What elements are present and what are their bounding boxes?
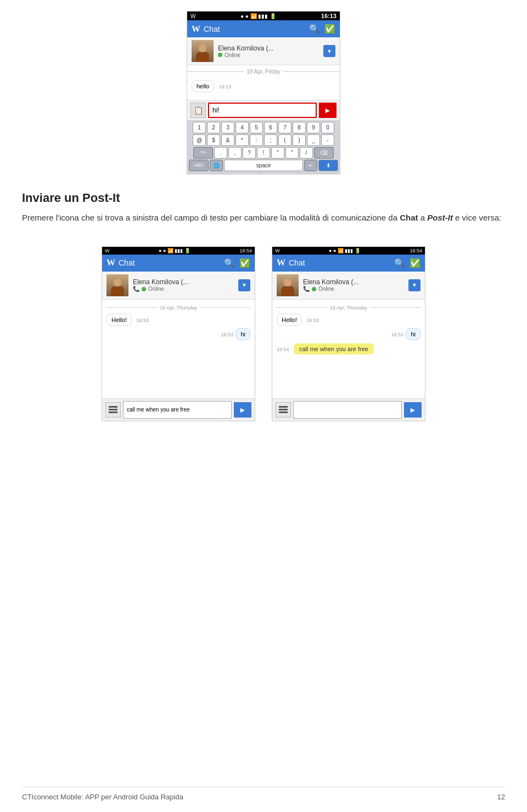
online-dot-top (218, 53, 222, 57)
text-input-right[interactable] (293, 401, 402, 419)
check-icon-left[interactable]: ✅ (239, 258, 250, 268)
key-3[interactable]: 3 (221, 122, 234, 133)
status-bar-left: W ● ● 📶 ▮▮▮ 🔋 16:54 (102, 247, 255, 255)
key-slash[interactable]: / (300, 147, 313, 159)
contact-info-top: Elena Kornilova (... Online (218, 44, 323, 58)
search-icon-top[interactable]: 🔍 (309, 24, 320, 34)
avatar-left (106, 274, 128, 296)
contact-row-left[interactable]: Elena Kornilova (... 📞 Online ▼ (102, 272, 255, 300)
key-space[interactable]: space (224, 160, 303, 171)
instruction-text-mid: a (418, 213, 428, 222)
key-comma[interactable]: , (228, 147, 242, 159)
msg-bubble-hello: hello (192, 80, 214, 92)
text-input-top[interactable] (208, 103, 317, 118)
text-input-left[interactable] (123, 401, 232, 419)
key-hashplus[interactable]: ^#+ (193, 147, 213, 159)
msg-hi-right: 16:53 hi (277, 328, 421, 340)
search-icon-right[interactable]: 🔍 (394, 258, 405, 268)
key-dot[interactable]: . (214, 147, 227, 159)
send-btn-left[interactable]: ► (234, 402, 251, 418)
date-divider-right: 18 Apr, Thursday (277, 302, 421, 314)
contact-name-right: Elena Kornilova (... (303, 278, 408, 286)
key-4[interactable]: 4 (236, 122, 249, 133)
key-0[interactable]: 0 (321, 122, 334, 133)
status-bar-right: W ● ● 📶 ▮▮▮ 🔋 16:54 (272, 247, 425, 255)
svg-rect-1 (109, 409, 117, 410)
contact-info-left: Elena Kornilova (... 📞 Online (133, 278, 238, 292)
instruction-text-after: e vice versa: (453, 213, 501, 222)
key-5[interactable]: 5 (250, 122, 263, 133)
contact-name-top: Elena Kornilova (... (218, 44, 323, 52)
send-btn-top[interactable]: ► (319, 103, 337, 118)
online-status-left: 📞 Online (133, 286, 238, 292)
key-star[interactable]: * (236, 134, 249, 146)
msg-time-hello-right: 16:53 (307, 318, 319, 323)
key-enter[interactable]: ↵ (304, 160, 317, 171)
time-left: 16:54 (239, 248, 252, 253)
postit-time: 16:54 (277, 347, 289, 352)
svg-rect-0 (109, 406, 117, 408)
w-logo-left: W (106, 258, 115, 268)
dropdown-btn-top[interactable]: ▼ (323, 45, 335, 57)
footer-page: 12 (497, 793, 505, 801)
key-9[interactable]: 9 (307, 122, 320, 133)
chat-title-right: Chat (289, 258, 391, 267)
key-question[interactable]: ? (243, 147, 256, 159)
search-icon-left[interactable]: 🔍 (224, 258, 235, 268)
status-bar-top: W ● ● 📶 ▮▮▮ 🔋 16:13 (187, 12, 340, 20)
mode-btn-left[interactable] (105, 402, 121, 418)
msg-time-hi-right: 16:53 (391, 332, 403, 337)
key-8[interactable]: 8 (293, 122, 306, 133)
check-icon-top[interactable]: ✅ (324, 24, 335, 34)
key-dash[interactable]: - (321, 134, 334, 146)
key-colon[interactable]: : (250, 134, 263, 146)
key-1[interactable]: 1 (193, 122, 206, 133)
instruction-bold2: Post-It (427, 213, 453, 222)
key-2[interactable]: 2 (207, 122, 220, 133)
contact-row-top[interactable]: Elena Kornilova (... Online ▼ (187, 37, 340, 65)
msg-time-hi-left: 16:53 (221, 332, 233, 337)
postit-bubble: call me when you are free (294, 343, 374, 354)
chat-title-left: Chat (119, 258, 221, 267)
send-btn-right[interactable]: ► (404, 402, 422, 418)
carrier-right: W (275, 248, 280, 253)
key-7[interactable]: 7 (278, 122, 291, 133)
keyboard-row-numbers: 1 2 3 4 5 6 7 8 9 0 (189, 122, 338, 133)
chat-area-right: 18 Apr, Thursday Hello! 16:53 16:53 hi 1… (272, 300, 425, 398)
paste-btn-top[interactable]: 📋 (190, 103, 206, 118)
chat-title-top: Chat (204, 25, 306, 33)
key-dollar[interactable]: $ (207, 134, 220, 146)
mode-btn-right[interactable] (276, 402, 291, 418)
key-globe[interactable]: 🌐 (210, 160, 223, 171)
key-down[interactable]: ⬇ (318, 160, 338, 171)
dropdown-btn-left[interactable]: ▼ (238, 279, 250, 291)
key-backspace[interactable]: ⌫ (314, 147, 334, 159)
key-amp[interactable]: & (221, 134, 234, 146)
key-semi[interactable]: ; (264, 134, 277, 146)
msg-bubble-hi-right: hi (406, 328, 421, 340)
key-oparen[interactable]: ( (278, 134, 291, 146)
contact-name-left: Elena Kornilova (... (133, 278, 238, 286)
keyboard-top: 1 2 3 4 5 6 7 8 9 0 @ $ & * : ; ( ) (187, 120, 340, 174)
check-icon-right[interactable]: ✅ (410, 258, 421, 268)
key-abc[interactable]: ABC (189, 160, 209, 171)
key-6[interactable]: 6 (264, 122, 277, 133)
footer: CTIconnect Mobile: APP per Android Guida… (22, 787, 505, 801)
key-exclaim[interactable]: ! (257, 147, 270, 159)
svg-rect-2 (109, 411, 117, 413)
contact-row-right[interactable]: Elena Kornilova (... 📞 Online ▼ (272, 272, 425, 300)
carrier-left: W (105, 248, 110, 253)
key-cparen[interactable]: ) (293, 134, 306, 146)
keyboard-row-special: ^#+ . , ? ! " " / ⌫ (189, 147, 338, 159)
key-quote1[interactable]: " (271, 147, 284, 159)
chat-header-top: W Chat 🔍 ✅ (187, 20, 340, 37)
time-right: 16:54 (410, 248, 422, 253)
dropdown-btn-right[interactable]: ▼ (408, 279, 421, 291)
keyboard-row-bottom: ABC 🌐 space ↵ ⬇ (189, 160, 338, 171)
key-under[interactable]: _ (307, 134, 320, 146)
instruction-text: Premere l'icona che si trova a sinistra … (22, 212, 505, 224)
key-quote2[interactable]: " (285, 147, 299, 159)
instruction-text-before: Premere l'icona che si trova a sinistra … (22, 213, 400, 222)
contact-info-right: Elena Kornilova (... 📞 Online (303, 278, 408, 292)
key-at[interactable]: @ (193, 134, 206, 146)
